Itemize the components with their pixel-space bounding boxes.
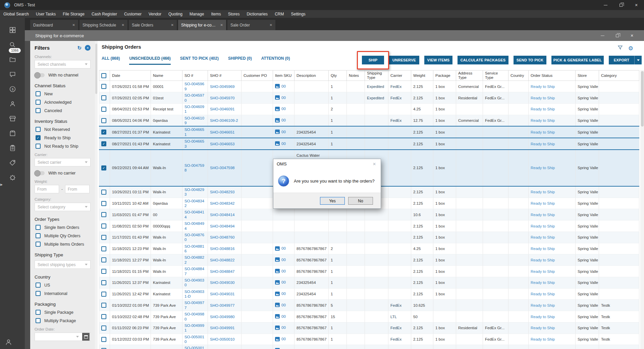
so-link[interactable]: SO-0045969 xyxy=(184,82,204,91)
checkbox-multiple-items-orders[interactable]: Multiple Items Orders xyxy=(36,242,91,247)
so-link[interactable]: SO-0049980 xyxy=(184,312,204,321)
contacts-icon[interactable] xyxy=(5,96,20,111)
item-sku-link[interactable]: 00 xyxy=(275,130,286,134)
ship-button[interactable]: SHIP xyxy=(362,56,384,64)
sho-link[interactable]: SHO-0049031 xyxy=(210,292,235,296)
select-order-date[interactable] xyxy=(35,333,91,341)
item-sku-link[interactable]: 00 xyxy=(275,269,286,273)
tab-close-icon[interactable]: ✕ xyxy=(268,23,272,27)
table-row[interactable]: 07/26/2021 02:05 PM01testSO-0045970SHO-0… xyxy=(99,92,639,104)
item-sku-link[interactable]: 00 xyxy=(275,118,286,122)
menu-item-stores[interactable]: Stores xyxy=(228,12,240,16)
so-link[interactable]: SO-0048293 xyxy=(184,188,204,196)
documents-icon[interactable] xyxy=(5,52,20,67)
checkbox[interactable] xyxy=(36,91,41,96)
so-link[interactable]: SO-0048816 xyxy=(184,244,204,253)
toggle-with-no-carrier[interactable]: With no carrier xyxy=(35,171,91,176)
checkbox[interactable] xyxy=(36,283,41,288)
calculate-packages-button[interactable]: CALCULATE PACKAGES xyxy=(458,56,508,64)
checkbox-single-item-orders[interactable]: Single Item Orders xyxy=(36,225,91,230)
item-sku-link[interactable]: 00 xyxy=(275,95,286,100)
menu-item-global-search[interactable]: Global Search xyxy=(3,12,29,16)
restore-button[interactable] xyxy=(613,0,629,10)
order-status-link[interactable]: Ready to Ship xyxy=(531,85,555,89)
sho-link[interactable]: SHO-0047598 xyxy=(210,166,235,170)
table-row[interactable]: 08/05/2021 04:06 PM0qwrdaaSO-0046109SHO-… xyxy=(99,115,639,126)
row-checkbox[interactable] xyxy=(101,269,106,274)
row-checkbox[interactable] xyxy=(101,246,106,251)
filters-scrollbar[interactable] xyxy=(95,41,98,349)
table-row[interactable]: 11/03/2021 01:47 PM00SO-0048414SHO-00484… xyxy=(99,209,639,220)
checkbox[interactable] xyxy=(36,310,41,315)
item-sku-link[interactable]: 00 xyxy=(275,292,286,296)
sho-link[interactable]: SHO-0046651 xyxy=(210,130,235,134)
so-link[interactable]: SO-0049030 xyxy=(184,278,204,287)
table-row[interactable]: 01/11/2022 06:23 PM739 Park AveSO-004999… xyxy=(99,322,639,334)
row-checkbox[interactable] xyxy=(101,84,106,89)
view-tab-all-868[interactable]: ALL (868) xyxy=(102,56,120,65)
row-checkbox[interactable] xyxy=(101,280,106,285)
table-row[interactable]: 11/26/2021 12:37 PMKarinatestSO-0049030S… xyxy=(99,277,639,288)
menu-item-dictionaries[interactable]: Dictionaries xyxy=(247,12,268,16)
checkbox[interactable] xyxy=(36,108,41,113)
sho-link[interactable]: SHO-0048822 xyxy=(210,258,235,262)
table-row[interactable]: 11/08/2021 02:50 PM00000qqqSO-0048494SHO… xyxy=(99,220,639,232)
order-status-link[interactable]: Ready to Ship xyxy=(531,269,555,273)
weight-from-field[interactable]: From xyxy=(35,185,59,193)
payments-icon[interactable]: $ xyxy=(5,82,20,96)
sho-link[interactable]: SHO-0048342 xyxy=(210,201,235,205)
sho-link[interactable]: SHO-0046091 xyxy=(210,107,235,111)
so-link[interactable]: SO-0048822 xyxy=(184,255,204,264)
dashboard-icon[interactable] xyxy=(5,22,20,37)
row-checkbox[interactable]: ✓ xyxy=(101,141,106,146)
so-link[interactable]: SO-0046091 xyxy=(184,105,204,113)
filter-icon[interactable] xyxy=(618,45,623,52)
order-status-link[interactable]: Ready to Ship xyxy=(531,190,555,194)
so-link[interactable]: SO-0049031-D xyxy=(184,290,204,298)
no-button[interactable]: No xyxy=(348,197,373,205)
menu-item-customer[interactable]: Customer xyxy=(124,12,142,16)
row-checkbox[interactable] xyxy=(101,107,106,112)
sho-link[interactable]: SHO-0045970 xyxy=(210,96,235,100)
so-link[interactable]: SO-0050010 xyxy=(184,335,204,344)
checkbox-us[interactable]: US xyxy=(36,283,91,288)
so-link[interactable]: SO-0049991 xyxy=(184,323,204,332)
so-link[interactable]: SO-0046651 xyxy=(184,128,204,136)
checkbox-single-package[interactable]: Single Package xyxy=(36,310,91,315)
row-checkbox[interactable]: ✓ xyxy=(101,165,106,170)
row-checkbox[interactable] xyxy=(101,201,106,206)
so-link[interactable]: SO-0046109 xyxy=(184,116,204,125)
send-to-pick-button[interactable]: SEND TO PICK xyxy=(514,56,546,64)
menu-item-file-storage[interactable]: File Storage xyxy=(63,12,85,16)
item-sku-link[interactable]: 00 xyxy=(275,337,286,341)
row-checkbox[interactable] xyxy=(101,257,106,262)
so-link[interactable]: SO-0046653 xyxy=(184,139,204,148)
order-status-link[interactable]: Ready to Ship xyxy=(531,292,555,296)
item-sku-link[interactable]: 00 xyxy=(275,257,286,262)
order-status-link[interactable]: Ready to Ship xyxy=(531,96,555,100)
tags-icon[interactable] xyxy=(5,155,20,170)
row-checkbox[interactable] xyxy=(101,235,106,240)
view-tab-shipped-0[interactable]: SHIPPED (0) xyxy=(228,56,252,65)
tab-shipping-schedule[interactable]: Shipping Schedule✕ xyxy=(79,20,127,30)
order-status-link[interactable]: Ready to Ship xyxy=(531,118,555,122)
order-status-link[interactable]: Ready to Ship xyxy=(531,235,555,239)
tab-close-icon[interactable]: ✕ xyxy=(120,23,124,27)
item-sku-link[interactable]: 00 xyxy=(275,84,286,88)
table-row[interactable]: ✓08/27/2021 01:43 PMKarinatestSO-0046653… xyxy=(99,138,639,150)
close-button[interactable]: ✕ xyxy=(629,0,644,10)
table-row[interactable]: 01/12/2022 03:03 PM739 Park AveSO-005001… xyxy=(99,334,639,345)
menu-item-settings[interactable]: Settings xyxy=(291,12,305,16)
table-scrollbar[interactable] xyxy=(640,70,644,349)
view-items-button[interactable]: VIEW ITEMS xyxy=(424,56,452,64)
table-row[interactable]: ✓08/27/2021 01:37 PMKarinatestSO-0046651… xyxy=(99,126,639,138)
sho-link[interactable]: SHO-0048414 xyxy=(210,213,235,217)
so-link[interactable]: SO-0047598 xyxy=(184,163,204,172)
inventory-icon[interactable] xyxy=(5,126,20,141)
item-sku-link[interactable]: 00 xyxy=(275,246,286,251)
order-status-link[interactable]: Ready to Ship xyxy=(531,213,555,217)
checkbox[interactable] xyxy=(36,233,41,238)
order-status-link[interactable]: Ready to Ship xyxy=(531,281,555,285)
row-checkbox[interactable] xyxy=(101,303,106,308)
view-tab-sent-to-pick-402[interactable]: SENT TO PICK (402) xyxy=(180,56,219,65)
